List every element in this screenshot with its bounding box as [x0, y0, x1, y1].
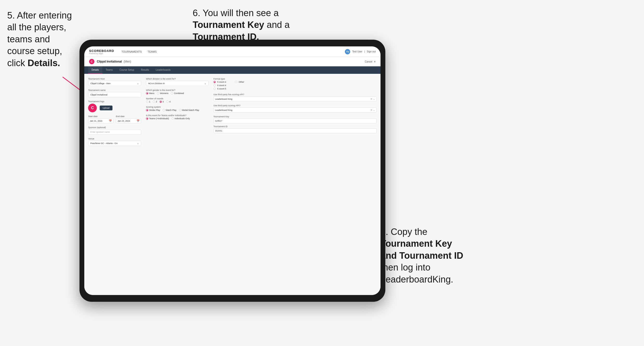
tab-details[interactable]: Details — [88, 66, 102, 74]
annotation-left-details: Details. — [28, 58, 60, 68]
third-party-2-label: Use third-party scoring API? — [214, 104, 377, 107]
tournament-host-group: Tournament Host Clippd College - Men ⌄ — [88, 78, 141, 86]
tab-teams[interactable]: Teams — [102, 66, 116, 74]
division-label: Which division is the event for? — [146, 78, 208, 80]
gender-womens[interactable]: Womens — [157, 92, 168, 95]
scoring-medal-radio[interactable] — [179, 109, 181, 111]
rounds-1-radio[interactable] — [146, 101, 148, 103]
rounds-3[interactable]: 3 — [160, 101, 164, 103]
gender-combined[interactable]: Combined — [171, 92, 184, 95]
scoring-stroke-label: Stroke Play — [149, 109, 160, 111]
format-5count4[interactable]: 5 count 4 — [214, 81, 226, 83]
rounds-3-radio[interactable] — [160, 101, 162, 103]
format-6count4[interactable]: 6 count 4 — [214, 84, 226, 87]
format-6count5[interactable]: 6 count 5 — [214, 88, 226, 90]
rounds-4[interactable]: 4 — [166, 101, 170, 103]
tournament-name-input[interactable]: Clippd Invitational — [88, 92, 141, 97]
format-6count5-radio[interactable] — [214, 88, 216, 90]
gender-mens-radio[interactable] — [146, 92, 148, 95]
venue-value: Peachtree GC - Atlanta - GA — [90, 142, 118, 145]
format-other-label: Other — [239, 81, 244, 83]
scoring-medal-label: Medal Match Play — [182, 109, 200, 111]
tournament-id-value: 302051 — [214, 128, 377, 133]
venue-chevron: ⌄ — [137, 142, 139, 145]
footer-actions: Delete Cancel Save — [84, 294, 380, 295]
third-party-1-value: Leaderboard King — [215, 98, 232, 100]
gender-mens[interactable]: Mens — [146, 92, 154, 95]
teams-plus-label: Teams (+Individuals) — [149, 117, 169, 120]
division-select[interactable]: NCAA Division III ⌄ — [146, 81, 208, 86]
app-logo-sub: Powered by clippd — [89, 53, 114, 54]
teams-label: Is this event for Teams and/or Individua… — [146, 114, 208, 117]
third-party-1-clear[interactable]: ✕ ⌄ — [370, 98, 375, 100]
end-cal-icon: 📅 — [136, 120, 140, 122]
format-6count4-radio[interactable] — [214, 84, 216, 87]
start-date-input[interactable]: Jan 21, 2024 📅 — [88, 118, 114, 123]
cancel-x-btn[interactable]: ✕ — [374, 60, 376, 63]
annotation-left-line5: click — [7, 58, 28, 68]
upload-button[interactable]: Upload — [100, 106, 112, 110]
gender-combined-radio[interactable] — [171, 92, 173, 95]
third-party-2-clear[interactable]: ✕ ⌄ — [370, 109, 375, 111]
scoring-stroke[interactable]: Stroke Play — [146, 109, 160, 111]
annotation-left: 5. After entering all the players, teams… — [7, 10, 75, 69]
rounds-1[interactable]: 1 — [146, 101, 150, 103]
app-logo: SCOREBOARD Powered by clippd — [89, 49, 114, 54]
tournament-logo-group: Tournament logo C Upload — [88, 100, 141, 112]
scoring-stroke-radio[interactable] — [146, 109, 148, 111]
rounds-2[interactable]: 2 — [153, 101, 157, 103]
rounds-2-radio[interactable] — [153, 101, 155, 103]
format-other-radio[interactable] — [235, 81, 237, 83]
annotation-and-text: and a — [264, 20, 290, 30]
venue-label: Venue — [88, 138, 141, 140]
third-party-2-select[interactable]: Leaderboard King ✕ ⌄ — [214, 108, 377, 113]
format-5count4-radio[interactable] — [214, 81, 216, 83]
individuals-only[interactable]: Individuals Only — [172, 117, 190, 120]
center-column: Which division is the event for? NCAA Di… — [146, 78, 208, 290]
tablet-screen: SCOREBOARD Powered by clippd TOURNAMENTS… — [84, 46, 380, 295]
tab-results[interactable]: Results — [138, 66, 152, 74]
scoring-match[interactable]: Match Play — [162, 109, 176, 111]
teams-radio-group: Teams (+Individuals) Individuals Only — [146, 117, 208, 120]
annotation-bottom-id: and Tournament ID — [380, 251, 463, 261]
user-avatar: TU — [345, 49, 350, 54]
nav-teams[interactable]: TEAMS — [148, 49, 157, 54]
annotation-bottom-line5: LeaderboardKing. — [380, 274, 453, 284]
rounds-4-radio[interactable] — [166, 101, 168, 103]
individuals-only-radio[interactable] — [172, 117, 174, 120]
tournament-name-text: Clippd Invitational — [97, 60, 122, 63]
tournament-host-select[interactable]: Clippd College - Men ⌄ — [88, 81, 141, 86]
tournament-header: C Clippd Invitational (Men) Cancel ✕ — [84, 57, 380, 66]
tournament-name-val: Clippd Invitational — [90, 94, 108, 96]
sign-out-link[interactable]: Sign out — [367, 50, 376, 53]
rounds-radio-group: 1 2 3 4 — [146, 101, 208, 103]
annotation-bottom-key: Tournament Key — [380, 238, 452, 249]
third-party-1-select[interactable]: Leaderboard King ✕ ⌄ — [214, 96, 377, 101]
teams-group: Is this event for Teams and/or Individua… — [146, 114, 208, 120]
annotation-left-line2: all the players, — [7, 22, 66, 32]
teams-plus-radio[interactable] — [146, 117, 148, 120]
annotation-bottom-right: 7. Copy the Tournament Key and Tournamen… — [380, 226, 506, 285]
nav-tournaments[interactable]: TOURNAMENTS — [122, 49, 142, 54]
start-date-group: Start date Jan 21, 2024 📅 — [88, 115, 114, 123]
format-options-left: 5 count 4 6 count 4 6 count 5 — [214, 81, 226, 91]
tournament-host-label: Tournament Host — [88, 78, 141, 80]
sponsor-input[interactable]: Enter sponsor name — [88, 129, 141, 135]
cancel-link[interactable]: Cancel — [365, 60, 372, 63]
scoring-medal[interactable]: Medal Match Play — [179, 109, 200, 111]
gender-womens-radio[interactable] — [157, 92, 159, 95]
tournament-logo-label: Tournament logo — [88, 100, 141, 103]
venue-select[interactable]: Peachtree GC - Atlanta - GA ⌄ — [88, 141, 141, 146]
tab-course-setup[interactable]: Course Setup — [116, 66, 138, 74]
format-other[interactable]: Other — [235, 81, 244, 83]
logo-upload-area: C Upload — [88, 104, 141, 112]
tournament-logo: C — [89, 59, 94, 64]
third-party-1-group: Use third-party live scoring API? Leader… — [214, 93, 377, 101]
gender-mens-label: Mens — [149, 92, 154, 95]
tab-leaderboards[interactable]: Leaderboards — [152, 66, 174, 74]
scoring-match-radio[interactable] — [162, 109, 165, 111]
teams-plus-individuals[interactable]: Teams (+Individuals) — [146, 117, 169, 120]
end-date-input[interactable]: Jan 23, 2024 📅 — [116, 118, 141, 123]
tournament-key-label: Tournament Key — [214, 115, 377, 118]
tabs-bar: Details Teams Course Setup Results Leade… — [84, 66, 380, 74]
